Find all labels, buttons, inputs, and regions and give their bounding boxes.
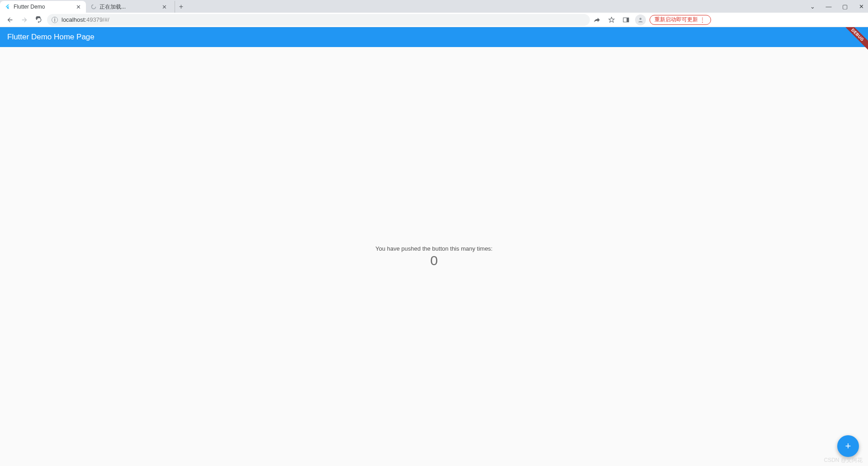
- update-restart-button[interactable]: 重新启动即可更新 ⋮: [650, 15, 711, 25]
- tab-title: Flutter Demo: [14, 4, 72, 10]
- tab-flutter-demo[interactable]: Flutter Demo ✕: [0, 1, 86, 13]
- url-text: localhost:49379/#/: [62, 16, 109, 23]
- tab-title: 正在加载...: [100, 3, 158, 11]
- increment-fab[interactable]: +: [837, 435, 859, 457]
- chevron-down-icon[interactable]: ⌄: [808, 3, 816, 10]
- kebab-menu-icon[interactable]: ⋮: [700, 17, 706, 23]
- window-controls: ⌄ — ▢ ✕: [808, 0, 865, 13]
- site-info-icon[interactable]: i: [52, 17, 58, 23]
- profile-avatar-icon[interactable]: [635, 14, 646, 25]
- forward-button[interactable]: [18, 14, 31, 26]
- url-host: localhost:: [62, 16, 86, 23]
- svg-rect-2: [626, 18, 629, 22]
- tab-loading[interactable]: 正在加载... ✕: [86, 1, 172, 13]
- browser-chrome: Flutter Demo ✕ 正在加载... ✕ + ⌄ — ▢ ✕: [0, 0, 868, 27]
- tab-strip: Flutter Demo ✕ 正在加载... ✕ + ⌄ — ▢ ✕: [0, 0, 868, 13]
- spinner-icon: [90, 4, 97, 10]
- counter-block: You have pushed the button this many tim…: [375, 245, 493, 268]
- toolbar-actions: 重新启动即可更新 ⋮: [592, 14, 711, 25]
- scaffold-body: You have pushed the button this many tim…: [0, 47, 868, 466]
- url-path: 49379/#/: [86, 16, 109, 23]
- svg-point-3: [640, 18, 642, 20]
- appbar-title: Flutter Demo Home Page: [7, 33, 95, 42]
- reload-button[interactable]: [33, 14, 45, 26]
- svg-point-0: [92, 5, 96, 9]
- omnibox[interactable]: i localhost:49379/#/: [47, 14, 590, 26]
- close-icon[interactable]: ✕: [75, 4, 81, 10]
- maximize-icon[interactable]: ▢: [841, 3, 849, 10]
- watermark-text: CSDN @文阿花: [824, 456, 863, 464]
- app-bar: Flutter Demo Home Page: [0, 27, 868, 47]
- close-icon[interactable]: ✕: [161, 4, 167, 10]
- update-label: 重新启动即可更新: [655, 16, 698, 24]
- flutter-viewport: Flutter Demo Home Page DEBUG You have pu…: [0, 27, 868, 466]
- minimize-icon[interactable]: —: [825, 3, 833, 10]
- address-bar-row: i localhost:49379/#/ 重新启动即可更新 ⋮: [0, 13, 868, 27]
- plus-icon: +: [845, 440, 851, 452]
- share-icon[interactable]: [592, 14, 602, 25]
- counter-value: 0: [375, 253, 493, 268]
- back-button[interactable]: [4, 14, 16, 26]
- flutter-icon: [5, 4, 11, 10]
- side-panel-icon[interactable]: [621, 14, 631, 25]
- new-tab-button[interactable]: +: [175, 1, 187, 13]
- bookmark-star-icon[interactable]: [606, 14, 617, 25]
- close-window-icon[interactable]: ✕: [857, 3, 865, 10]
- counter-message: You have pushed the button this many tim…: [375, 245, 493, 252]
